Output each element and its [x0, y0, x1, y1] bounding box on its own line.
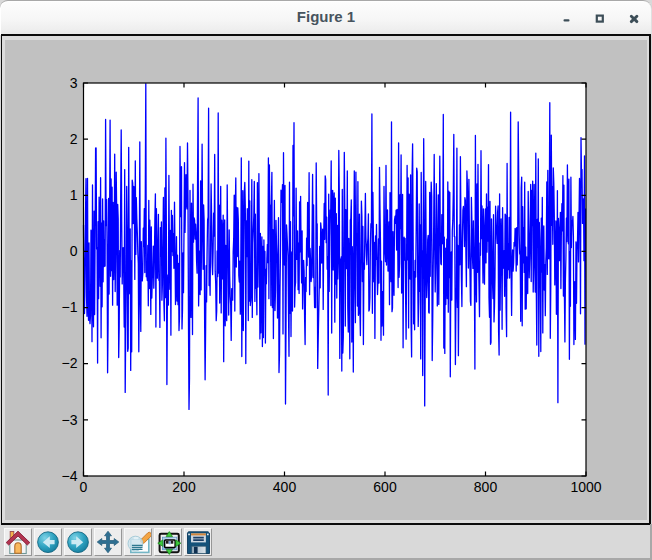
svg-text:200: 200 [172, 479, 196, 495]
svg-text:400: 400 [273, 479, 297, 495]
svg-text:600: 600 [373, 479, 397, 495]
svg-text:0: 0 [80, 479, 88, 495]
svg-text:−2: −2 [62, 355, 78, 371]
svg-text:−1: −1 [62, 299, 78, 315]
svg-text:1000: 1000 [570, 479, 601, 495]
svg-text:2: 2 [70, 131, 78, 147]
svg-text:−4: −4 [62, 468, 78, 484]
svg-text:3: 3 [70, 75, 78, 91]
svg-text:0: 0 [70, 243, 78, 259]
svg-text:−3: −3 [62, 412, 78, 428]
svg-text:800: 800 [474, 479, 498, 495]
svg-text:1: 1 [70, 187, 78, 203]
